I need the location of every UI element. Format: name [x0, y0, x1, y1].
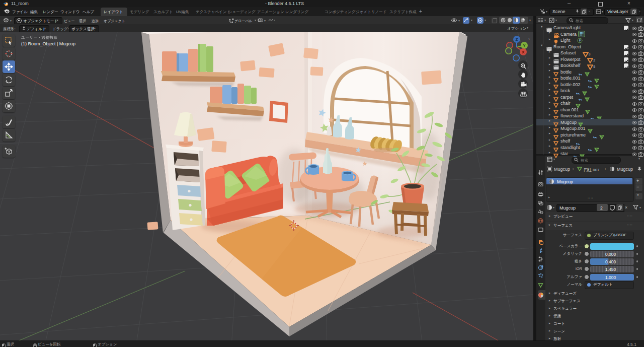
svg-text:(1) Room_Object | Mugcup: (1) Room_Object | Mugcup: [21, 41, 75, 46]
svg-text:Z: Z: [516, 37, 518, 42]
svg-text:ユーザー・透視投影: ユーザー・透視投影: [21, 35, 57, 40]
svg-text:Y: Y: [523, 43, 526, 48]
svg-text:X: X: [522, 50, 525, 54]
